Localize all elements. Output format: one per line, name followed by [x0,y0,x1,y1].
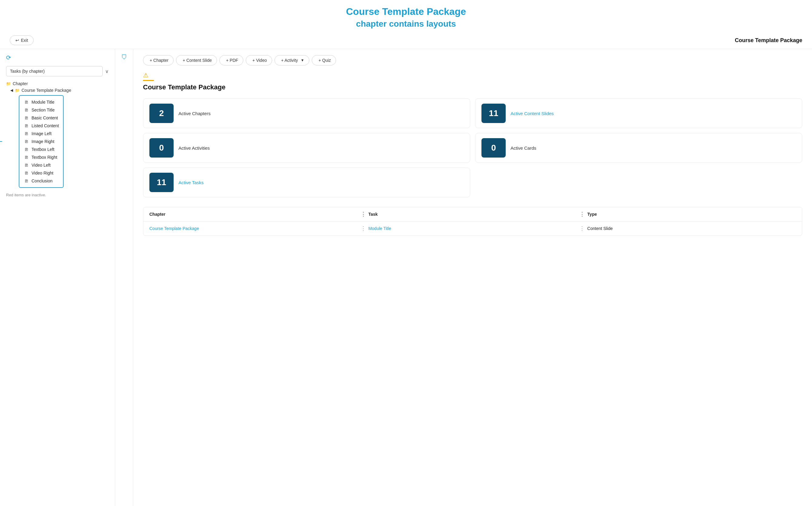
layout-item[interactable]: 🖹 Basic Content [22,114,60,122]
layout-item[interactable]: 🖹 Textbox Right [22,153,60,161]
btn-label: + Activity [281,58,298,63]
table-col-task-dots[interactable]: ⋮ [577,211,587,218]
stat-label[interactable]: Active Tasks [178,180,204,185]
table-col-chapter: Chapter [149,212,358,217]
sidebar: ⟳ Tasks (by chapter) Tasks (by section) … [0,49,115,506]
stat-badge: 2 [149,104,174,123]
stat-card: 11Active Content Slides [475,98,802,128]
layout-item-icon: 🖹 [24,171,29,175]
layout-item-icon: 🖹 [24,116,29,120]
layout-item-label: Image Right [31,139,54,144]
layout-item-icon: 🖹 [24,147,29,152]
layout-item-icon: 🖹 [24,139,29,144]
table-cell-chapter[interactable]: Course Template Package [149,226,358,231]
package-folder-icon: 📁 [15,88,20,93]
btn-label: + Video [252,58,267,63]
table-row-dots2[interactable]: ⋮ [577,225,587,232]
folder-icon: 📁 [6,82,11,86]
course-title: Course Template Package [143,83,802,91]
toolbar-btn[interactable]: + Content Slide [176,55,217,66]
stat-badge: 0 [149,138,174,158]
layout-item-label: Video Left [31,163,51,168]
middle-panel: ⛉ ⇦ [115,49,133,506]
sidebar-top: ⟳ [0,54,115,66]
filter-icon[interactable]: ⛉ [121,54,127,61]
exit-label: Exit [21,38,28,43]
btn-label: + Quiz [319,58,331,63]
alert-underline [143,80,154,81]
layout-item[interactable]: 🖹 Conclusion [22,177,60,185]
layouts-callout: Layouts [0,138,2,145]
layout-item-label: Textbox Left [31,147,55,152]
annotation-area: Course Template Package chapter contains… [0,0,812,32]
stat-badge: 11 [481,104,506,123]
alert-indicator: ⚠ [143,72,802,81]
tree-section: 📁 Chapter ◀ 📁 Course Template Package La… [0,81,115,188]
layout-item-label: Conclusion [31,178,53,183]
table-col-task: Task [368,212,577,217]
layout-item-label: Textbox Right [31,155,57,160]
table-col-type: Type [587,212,796,217]
layout-item[interactable]: 🖹 Module Title [22,98,60,106]
layout-item-icon: 🖹 [24,108,29,112]
layout-item[interactable]: 🖹 Image Left [22,130,60,138]
header-title: Course Template Package [735,37,802,44]
stat-label[interactable]: Active Content Slides [511,111,554,116]
toolbar: + Chapter+ Content Slide+ PDF+ Video+ Ac… [143,55,802,66]
exit-arrow-icon: ↩ [15,38,19,43]
table-cell-task[interactable]: Module Title [368,226,577,231]
table-header: Chapter ⋮ Task ⋮ Type [143,207,802,222]
stat-label: Active Activities [178,146,210,151]
layout-item[interactable]: 🖹 Textbox Left [22,146,60,153]
layout-item[interactable]: 🖹 Section Title [22,106,60,114]
inactive-note: Red items are inactive. [0,188,115,197]
layout-item[interactable]: 🖹 Video Right [22,169,60,177]
stat-card: 0Active Cards [475,133,802,163]
stat-card: 2Active Chapters [143,98,470,128]
refresh-icon[interactable]: ⟳ [6,54,11,61]
table-row-dots[interactable]: ⋮ [358,225,368,232]
toolbar-btn[interactable]: + Chapter [143,55,174,66]
collapse-icon[interactable]: ⇦ [121,504,127,506]
layout-item-icon: 🖹 [24,179,29,183]
btn-label: + Chapter [150,58,169,63]
layout-item-label: Video Right [31,171,53,175]
layout-item[interactable]: 🖹 Listed Content [22,122,60,130]
layout-item-icon: 🖹 [24,163,29,168]
toolbar-btn[interactable]: + Activity▼ [274,55,310,66]
btn-label: + PDF [226,58,238,63]
layouts-annotation-wrapper: Layouts 🖹 Module Title 🖹 Section Title 🖹… [10,95,109,188]
layout-item-label: Module Title [31,100,54,104]
stat-label: Active Cards [511,146,536,151]
stat-card: 0Active Activities [143,133,470,163]
toolbar-btn[interactable]: + PDF [219,55,243,66]
chevron-down-icon: ∨ [105,69,109,74]
stat-badge: 0 [481,138,506,158]
table-cell-type: Content Slide [587,226,796,231]
table-row: Course Template Package ⋮ Module Title ⋮… [143,222,802,235]
tasks-dropdown[interactable]: Tasks (by chapter) Tasks (by section) Al… [6,66,103,76]
toolbar-btn[interactable]: + Quiz [312,55,336,66]
layout-item-label: Section Title [31,107,55,112]
layouts-callout-line [0,141,2,142]
layout-item-icon: 🖹 [24,123,29,128]
layout-item-label: Image Left [31,131,52,136]
tree-package-row: ◀ 📁 Course Template Package [10,88,109,93]
table-section: Chapter ⋮ Task ⋮ Type Course Template Pa… [143,207,802,236]
layout-item-label: Basic Content [31,115,58,120]
layout-item-icon: 🖹 [24,100,29,104]
layouts-container: 🖹 Module Title 🖹 Section Title 🖹 Basic C… [19,95,64,188]
chevron-down-icon: ▼ [300,58,304,63]
exit-button[interactable]: ↩ Exit [10,35,34,45]
toolbar-btn[interactable]: + Video [246,55,272,66]
table-col-chapter-dots[interactable]: ⋮ [358,211,368,218]
btn-label: + Content Slide [183,58,212,63]
layout-item[interactable]: 🖹 Image Right [22,138,60,146]
layout-item[interactable]: 🖹 Video Left [22,161,60,169]
annotation-title: Course Template Package [0,6,812,17]
stat-badge: 11 [149,173,174,192]
stat-label: Active Chapters [178,111,210,116]
stat-card: 11Active Tasks [143,168,470,197]
stats-grid: 2Active Chapters11Active Content Slides0… [143,98,802,197]
main-layout: ⟳ Tasks (by chapter) Tasks (by section) … [0,49,812,506]
